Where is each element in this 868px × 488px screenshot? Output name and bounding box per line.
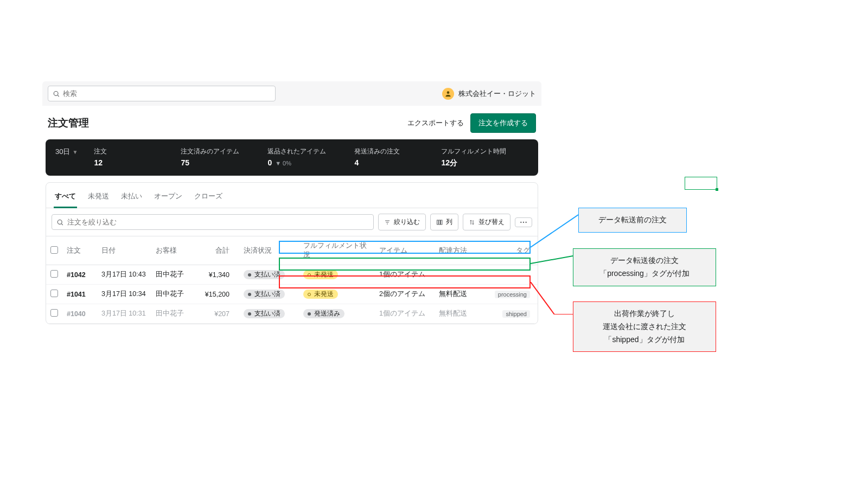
stat-shipped: 発送済みの注文4 xyxy=(354,147,425,167)
row-checkbox[interactable] xyxy=(50,270,58,278)
page-header: 注文管理 エクスポートする 注文を作成する xyxy=(42,106,541,139)
svg-rect-10 xyxy=(441,220,443,224)
col-items[interactable]: アイテム xyxy=(375,236,435,265)
sort-icon xyxy=(469,219,475,226)
row-checkbox[interactable] xyxy=(50,290,58,297)
svg-point-3 xyxy=(58,220,62,224)
col-payment[interactable]: 決済状況 xyxy=(239,236,299,265)
page-title: 注文管理 xyxy=(48,116,89,130)
search-input[interactable] xyxy=(63,89,271,98)
svg-point-13 xyxy=(526,221,527,222)
fulfillment-badge: 発送済み xyxy=(303,309,344,318)
delivery-method xyxy=(435,265,489,285)
order-date: 3月17日 10:31 xyxy=(97,304,151,324)
table-row[interactable]: #10413月17日 10:34田中花子¥15,200支払い済未発送2個のアイテ… xyxy=(46,285,538,304)
period-selector[interactable]: 30日▼ xyxy=(55,147,78,157)
annotation-red: 出荷作業が終了し 運送会社に渡された注文 「shipped」タグが付加 xyxy=(573,301,716,352)
table-row[interactable]: #10423月17日 10:43田中花子¥1,340支払い済未発送1個のアイテム xyxy=(46,265,538,285)
page-actions: エクスポートする 注文を作成する xyxy=(407,113,536,133)
svg-point-0 xyxy=(54,91,58,95)
customer-name[interactable]: 田中花子 xyxy=(151,285,200,304)
user-name: 株式会社イー・ロジット xyxy=(458,89,536,99)
customer-name[interactable]: 田中花子 xyxy=(151,265,200,285)
row-checkbox[interactable] xyxy=(50,309,58,317)
tab-closed[interactable]: クローズ xyxy=(193,188,224,208)
svg-line-1 xyxy=(58,95,59,96)
col-order[interactable]: 注文 xyxy=(62,236,97,265)
tag-chip: processing xyxy=(495,291,530,298)
table-row[interactable]: #10403月17日 10:31田中花子¥207支払い済発送済み1個のアイテム無… xyxy=(46,304,538,324)
topbar: 株式会社イー・ロジット xyxy=(42,81,541,106)
stat-orders: 注文12 xyxy=(94,147,164,167)
columns-icon xyxy=(436,219,443,226)
search-icon xyxy=(53,90,60,98)
avatar-icon xyxy=(442,88,454,100)
order-id[interactable]: #1042 xyxy=(62,265,97,285)
col-tags[interactable]: タグ xyxy=(489,236,538,265)
tags-cell: shipped xyxy=(489,304,538,324)
export-button[interactable]: エクスポートする xyxy=(407,118,464,128)
filter-icon xyxy=(384,219,391,226)
col-delivery[interactable]: 配達方法 xyxy=(435,236,489,265)
svg-point-12 xyxy=(523,221,524,222)
stat-items: 注文済みのアイテム75 xyxy=(181,147,251,167)
tab-unfulfilled[interactable]: 未発送 xyxy=(87,188,110,208)
tag-chip: shipped xyxy=(502,310,530,318)
col-total[interactable]: 合計 xyxy=(200,236,239,265)
table-header: 注文 日付 お客様 合計 決済状況 フルフィルメント状況 アイテム 配達方法 タ… xyxy=(46,236,538,265)
create-order-button[interactable]: 注文を作成する xyxy=(470,113,536,133)
user-menu[interactable]: 株式会社イー・ロジット xyxy=(442,88,536,100)
filter-search[interactable] xyxy=(52,214,374,230)
col-fulfillment[interactable]: フルフィルメント状況 xyxy=(299,236,375,265)
order-total: ¥207 xyxy=(200,304,239,324)
svg-rect-8 xyxy=(437,220,439,224)
items-count: 1個のアイテム xyxy=(375,304,435,324)
orders-table: 注文 日付 お客様 合計 決済状況 フルフィルメント状況 アイテム 配達方法 タ… xyxy=(46,236,538,324)
col-date[interactable]: 日付 xyxy=(97,236,151,265)
tab-open[interactable]: オープン xyxy=(153,188,183,208)
narrow-button[interactable]: 絞り込む xyxy=(378,214,426,230)
order-total: ¥15,200 xyxy=(200,285,239,304)
order-date: 3月17日 10:34 xyxy=(97,285,151,304)
selection-handle-box xyxy=(685,177,717,190)
order-id[interactable]: #1041 xyxy=(62,285,97,304)
fulfillment-badge: 未発送 xyxy=(303,270,338,279)
svg-line-4 xyxy=(61,223,62,224)
svg-rect-9 xyxy=(439,220,441,224)
search-icon xyxy=(56,219,64,226)
order-id[interactable]: #1040 xyxy=(62,304,97,324)
chevron-down-icon: ▼ xyxy=(72,149,78,155)
payment-badge: 支払い済 xyxy=(244,290,285,299)
annotation-green: データ転送後の注文 「processing」タグが付加 xyxy=(573,248,716,286)
delivery-method: 無料配送 xyxy=(435,285,489,304)
payment-badge: 支払い済 xyxy=(244,309,285,318)
select-all-checkbox[interactable] xyxy=(50,246,58,254)
admin-panel: 株式会社イー・ロジット 注文管理 エクスポートする 注文を作成する 30日▼ 注… xyxy=(42,81,541,324)
tabs: すべて 未発送 未払い オープン クローズ xyxy=(46,183,538,208)
tags-cell: processing xyxy=(489,285,538,304)
orders-card: すべて 未発送 未払い オープン クローズ 絞り込む 列 並び替え 注文 日付 xyxy=(46,182,538,324)
annotation-blue: データ転送前の注文 xyxy=(578,208,687,233)
filter-row: 絞り込む 列 並び替え xyxy=(46,208,538,236)
filter-input[interactable] xyxy=(67,218,369,226)
global-search[interactable] xyxy=(48,86,276,101)
fulfillment-badge: 未発送 xyxy=(303,290,338,299)
more-icon xyxy=(520,221,527,223)
stats-bar: 30日▼ 注文12 注文済みのアイテム75 返品されたアイテム0▼ 0% 発送済… xyxy=(46,139,538,176)
tab-all[interactable]: すべて xyxy=(54,188,77,208)
svg-point-2 xyxy=(447,91,450,94)
items-count: 2個のアイテム xyxy=(375,285,435,304)
customer-name[interactable]: 田中花子 xyxy=(151,304,200,324)
sort-button[interactable]: 並び替え xyxy=(463,214,510,230)
tab-unpaid[interactable]: 未払い xyxy=(120,188,143,208)
stat-returned: 返品されたアイテム0▼ 0% xyxy=(267,147,338,167)
order-date: 3月17日 10:43 xyxy=(97,265,151,285)
order-total: ¥1,340 xyxy=(200,265,239,285)
delivery-method: 無料配送 xyxy=(435,304,489,324)
tags-cell xyxy=(489,265,538,285)
payment-badge: 支払い済 xyxy=(244,270,285,279)
items-count: 1個のアイテム xyxy=(375,265,435,285)
more-button[interactable] xyxy=(515,217,532,227)
columns-button[interactable]: 列 xyxy=(430,214,458,230)
col-customer[interactable]: お客様 xyxy=(151,236,200,265)
